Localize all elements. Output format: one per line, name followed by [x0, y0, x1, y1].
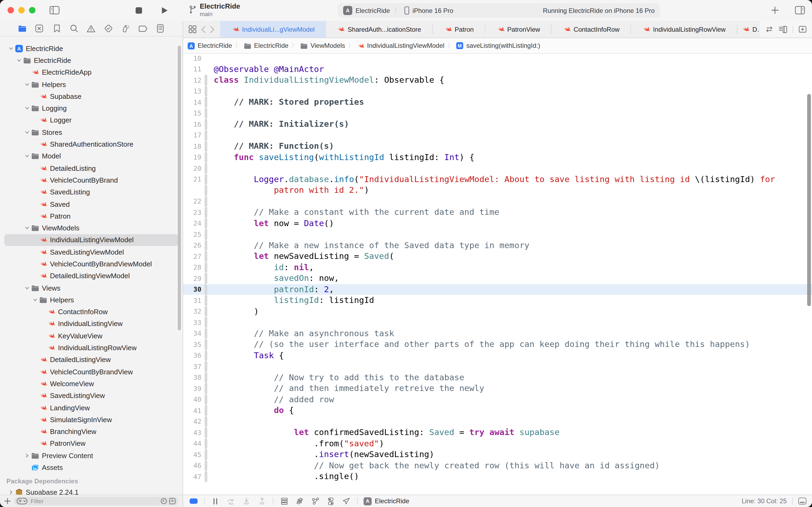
- tree-item-IndividualListingView[interactable]: IndividualListingView: [4, 318, 178, 330]
- source-control-filter-icon[interactable]: [169, 498, 176, 504]
- breadcrumb-item[interactable]: IndividualListingViewModel: [357, 42, 445, 49]
- running-app-label[interactable]: A ElectricRide: [363, 497, 409, 505]
- step-into-icon[interactable]: [242, 497, 251, 505]
- tree-item-VehicleCountByBrand[interactable]: VehicleCountByBrand: [4, 174, 178, 186]
- disclosure-open-icon[interactable]: [23, 284, 31, 291]
- simulate-location-icon[interactable]: [342, 497, 351, 505]
- environment-overrides-icon[interactable]: [326, 497, 336, 505]
- tree-item-ViewModels[interactable]: ViewModels: [4, 222, 178, 234]
- tree-item-Logger[interactable]: Logger: [4, 114, 178, 126]
- tree-item-Saved[interactable]: Saved: [4, 198, 178, 210]
- step-out-icon[interactable]: [257, 497, 267, 505]
- stop-button[interactable]: [133, 4, 144, 16]
- breakpoints-toggle-icon[interactable]: [188, 497, 198, 505]
- disclosure-open-icon[interactable]: [15, 57, 22, 64]
- editor-options-icon[interactable]: [779, 25, 787, 33]
- tree-item-Patron[interactable]: Patron: [4, 210, 178, 222]
- tree-item-SharedAuthenticationStore[interactable]: SharedAuthenticationStore: [4, 138, 178, 150]
- tree-item-SavedListingViewModel[interactable]: SavedListingViewModel: [4, 246, 178, 258]
- tree-item-Views[interactable]: Views: [4, 282, 178, 294]
- run-destination[interactable]: iPhone 16 Pro: [412, 7, 453, 14]
- breadcrumb-item[interactable]: ElectricRide: [244, 42, 288, 49]
- tree-item-LandingView[interactable]: LandingView: [4, 402, 178, 414]
- disclosure-open-icon[interactable]: [23, 81, 31, 88]
- tab-SharedAuth-icationStore[interactable]: SharedAuth...icationStore: [326, 21, 432, 38]
- navigate-forward-icon[interactable]: [210, 25, 215, 33]
- tab-ContactInfoRow[interactable]: ContactInfoRow: [552, 21, 631, 38]
- tree-item-SimulateSignInView[interactable]: SimulateSignInView: [4, 413, 178, 426]
- issues-navigator-icon[interactable]: [86, 23, 96, 33]
- tab-Patron[interactable]: Patron: [433, 21, 485, 38]
- add-editor-icon[interactable]: [799, 26, 807, 33]
- tree-item-SavedListingView[interactable]: SavedListingView: [4, 390, 178, 402]
- step-over-icon[interactable]: [226, 497, 236, 505]
- add-file-icon[interactable]: [4, 498, 11, 504]
- swap-editors-icon[interactable]: [765, 26, 773, 33]
- disclosure-closed-icon[interactable]: [7, 489, 14, 495]
- pause-icon[interactable]: [211, 497, 220, 505]
- jump-bar[interactable]: AElectricRide〉ElectricRide〉ViewModels〉In…: [183, 38, 812, 54]
- filter-menu-icon[interactable]: [17, 498, 27, 504]
- tree-item-VehicleCountByBrandViewModel[interactable]: VehicleCountByBrandViewModel: [4, 258, 178, 270]
- tree-item-ContactInfoRow[interactable]: ContactInfoRow: [4, 306, 178, 318]
- tree-item-Assets[interactable]: Assets: [4, 462, 178, 474]
- tree-item-Logging[interactable]: Logging: [4, 102, 178, 114]
- breadcrumb-item[interactable]: MsaveListing(withListingId:): [456, 42, 540, 49]
- tree-item-WelcomeView[interactable]: WelcomeView: [4, 378, 178, 390]
- tree-item-SavedListing[interactable]: SavedListing: [4, 186, 178, 198]
- debug-gauges-icon[interactable]: [310, 497, 320, 505]
- toggle-debug-area-icon[interactable]: [798, 497, 807, 505]
- tree-item-Supabase[interactable]: Supabase: [4, 90, 178, 102]
- scheme-name[interactable]: ElectricRide: [355, 7, 390, 14]
- breakpoints-navigator-icon[interactable]: [138, 23, 148, 33]
- project-navigator-tree[interactable]: AElectricRideElectricRideElectricRideApp…: [0, 38, 183, 495]
- tree-item-Model[interactable]: Model: [4, 150, 178, 162]
- tree-item-Supabase-2.24.1[interactable]: Supabase 2.24.1: [4, 486, 178, 495]
- minimize-window-button[interactable]: [18, 7, 25, 13]
- navigate-back-icon[interactable]: [201, 25, 206, 33]
- disclosure-open-icon[interactable]: [23, 153, 31, 160]
- tree-item-KeyValueView[interactable]: KeyValueView: [4, 330, 178, 342]
- filter-input[interactable]: [30, 497, 159, 505]
- tree-item-DetailedListingView[interactable]: DetailedListingView: [4, 354, 178, 366]
- find-navigator-icon[interactable]: [69, 23, 79, 33]
- tree-item-PatronView[interactable]: PatronView: [4, 438, 178, 450]
- tree-item-ElectricRide[interactable]: ElectricRide: [4, 55, 178, 67]
- tree-item-DetailedListing[interactable]: DetailedListing: [4, 162, 178, 174]
- recent-files-icon[interactable]: [161, 498, 167, 504]
- filter-field[interactable]: [14, 497, 178, 505]
- tree-item-IndividualListingViewModel[interactable]: IndividualListingViewModel: [4, 234, 178, 246]
- tree-item-IndividualListingRowView[interactable]: IndividualListingRowView: [4, 342, 178, 354]
- breadcrumb-item[interactable]: AElectricRide: [187, 42, 232, 49]
- editor-grid-icon[interactable]: [188, 25, 196, 33]
- tab-PatronView[interactable]: PatronView: [485, 21, 551, 38]
- tree-item-Preview-Content[interactable]: Preview Content: [4, 450, 178, 462]
- sidebar-scrollbar[interactable]: [178, 46, 181, 330]
- disclosure-open-icon[interactable]: [32, 296, 39, 303]
- disclosure-open-icon[interactable]: [7, 45, 14, 52]
- add-button[interactable]: [769, 4, 781, 16]
- disclosure-open-icon[interactable]: [23, 129, 31, 135]
- breadcrumb-item[interactable]: ViewModels: [300, 42, 345, 49]
- tree-item-ElectricRide[interactable]: AElectricRide: [4, 43, 178, 55]
- tab-IndividualLi-gViewModel[interactable]: IndividualLi...gViewModel: [220, 21, 326, 38]
- tab-IndividualListingRowView[interactable]: IndividualListingRowView: [631, 21, 737, 38]
- bookmarks-navigator-icon[interactable]: [52, 23, 61, 33]
- tab-De[interactable]: De: [737, 21, 760, 38]
- reports-navigator-icon[interactable]: [156, 23, 165, 33]
- project-navigator-icon[interactable]: [17, 23, 27, 33]
- tree-item-ElectricRideApp[interactable]: ElectricRideApp: [4, 66, 178, 78]
- scheme-bar[interactable]: A ElectricRide 〉 iPhone 16 Pro Running E…: [338, 3, 660, 18]
- tests-navigator-icon[interactable]: [104, 23, 113, 33]
- toggle-right-sidebar-icon[interactable]: [794, 4, 806, 16]
- source-code-editor[interactable]: 1011@Observable @MainActor12class Indivi…: [183, 53, 812, 482]
- zoom-window-button[interactable]: [29, 7, 36, 13]
- sidebar-divider[interactable]: [183, 21, 183, 507]
- memory-graph-icon[interactable]: [295, 497, 304, 505]
- disclosure-open-icon[interactable]: [23, 105, 31, 112]
- disclosure-open-icon[interactable]: [23, 225, 31, 231]
- debug-navigator-icon[interactable]: [121, 23, 131, 33]
- toggle-left-sidebar-icon[interactable]: [48, 4, 60, 16]
- disclosure-closed-icon[interactable]: [23, 452, 31, 459]
- tree-item-Stores[interactable]: Stores: [4, 126, 178, 138]
